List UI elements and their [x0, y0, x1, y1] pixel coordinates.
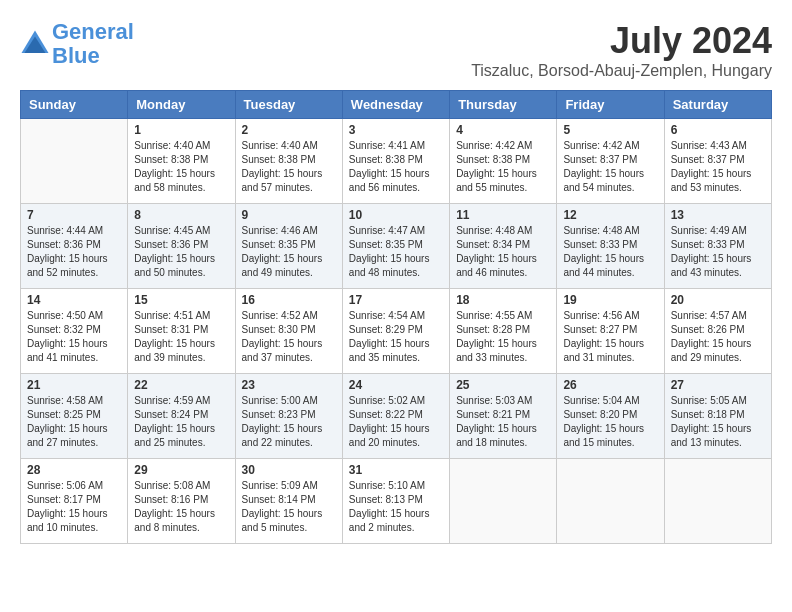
calendar-day-cell — [664, 459, 771, 544]
day-number: 18 — [456, 293, 550, 307]
calendar-day-cell: 13Sunrise: 4:49 AMSunset: 8:33 PMDayligh… — [664, 204, 771, 289]
day-info: Sunrise: 5:03 AMSunset: 8:21 PMDaylight:… — [456, 394, 550, 450]
day-info: Sunrise: 4:40 AMSunset: 8:38 PMDaylight:… — [134, 139, 228, 195]
calendar-day-cell: 30Sunrise: 5:09 AMSunset: 8:14 PMDayligh… — [235, 459, 342, 544]
calendar-day-cell: 14Sunrise: 4:50 AMSunset: 8:32 PMDayligh… — [21, 289, 128, 374]
calendar-day-cell: 23Sunrise: 5:00 AMSunset: 8:23 PMDayligh… — [235, 374, 342, 459]
month-title: July 2024 — [471, 20, 772, 62]
day-number: 28 — [27, 463, 121, 477]
day-number: 9 — [242, 208, 336, 222]
calendar-day-cell: 11Sunrise: 4:48 AMSunset: 8:34 PMDayligh… — [450, 204, 557, 289]
day-info: Sunrise: 4:56 AMSunset: 8:27 PMDaylight:… — [563, 309, 657, 365]
day-info: Sunrise: 4:58 AMSunset: 8:25 PMDaylight:… — [27, 394, 121, 450]
day-number: 30 — [242, 463, 336, 477]
weekday-header: Monday — [128, 91, 235, 119]
location: Tiszaluc, Borsod-Abauj-Zemplen, Hungary — [471, 62, 772, 80]
day-number: 7 — [27, 208, 121, 222]
calendar-day-cell: 9Sunrise: 4:46 AMSunset: 8:35 PMDaylight… — [235, 204, 342, 289]
day-number: 22 — [134, 378, 228, 392]
day-info: Sunrise: 4:48 AMSunset: 8:34 PMDaylight:… — [456, 224, 550, 280]
day-number: 10 — [349, 208, 443, 222]
day-number: 6 — [671, 123, 765, 137]
calendar-day-cell: 6Sunrise: 4:43 AMSunset: 8:37 PMDaylight… — [664, 119, 771, 204]
day-number: 1 — [134, 123, 228, 137]
weekday-header: Thursday — [450, 91, 557, 119]
calendar-day-cell: 27Sunrise: 5:05 AMSunset: 8:18 PMDayligh… — [664, 374, 771, 459]
day-info: Sunrise: 5:09 AMSunset: 8:14 PMDaylight:… — [242, 479, 336, 535]
calendar-day-cell: 19Sunrise: 4:56 AMSunset: 8:27 PMDayligh… — [557, 289, 664, 374]
day-info: Sunrise: 4:49 AMSunset: 8:33 PMDaylight:… — [671, 224, 765, 280]
day-number: 19 — [563, 293, 657, 307]
day-number: 3 — [349, 123, 443, 137]
day-number: 21 — [27, 378, 121, 392]
calendar-week-row: 14Sunrise: 4:50 AMSunset: 8:32 PMDayligh… — [21, 289, 772, 374]
day-info: Sunrise: 5:02 AMSunset: 8:22 PMDaylight:… — [349, 394, 443, 450]
calendar-day-cell: 22Sunrise: 4:59 AMSunset: 8:24 PMDayligh… — [128, 374, 235, 459]
day-number: 14 — [27, 293, 121, 307]
logo: General Blue — [20, 20, 134, 68]
day-info: Sunrise: 5:05 AMSunset: 8:18 PMDaylight:… — [671, 394, 765, 450]
day-number: 5 — [563, 123, 657, 137]
title-section: July 2024 Tiszaluc, Borsod-Abauj-Zemplen… — [471, 20, 772, 80]
day-number: 8 — [134, 208, 228, 222]
day-number: 11 — [456, 208, 550, 222]
day-number: 26 — [563, 378, 657, 392]
calendar-day-cell: 3Sunrise: 4:41 AMSunset: 8:38 PMDaylight… — [342, 119, 449, 204]
day-number: 25 — [456, 378, 550, 392]
day-info: Sunrise: 4:59 AMSunset: 8:24 PMDaylight:… — [134, 394, 228, 450]
day-number: 16 — [242, 293, 336, 307]
day-number: 4 — [456, 123, 550, 137]
day-info: Sunrise: 4:48 AMSunset: 8:33 PMDaylight:… — [563, 224, 657, 280]
day-info: Sunrise: 4:41 AMSunset: 8:38 PMDaylight:… — [349, 139, 443, 195]
day-number: 23 — [242, 378, 336, 392]
calendar-day-cell: 8Sunrise: 4:45 AMSunset: 8:36 PMDaylight… — [128, 204, 235, 289]
weekday-header: Wednesday — [342, 91, 449, 119]
day-number: 12 — [563, 208, 657, 222]
calendar-day-cell: 4Sunrise: 4:42 AMSunset: 8:38 PMDaylight… — [450, 119, 557, 204]
weekday-header: Sunday — [21, 91, 128, 119]
weekday-header: Friday — [557, 91, 664, 119]
calendar-day-cell: 25Sunrise: 5:03 AMSunset: 8:21 PMDayligh… — [450, 374, 557, 459]
day-info: Sunrise: 4:55 AMSunset: 8:28 PMDaylight:… — [456, 309, 550, 365]
calendar-day-cell — [557, 459, 664, 544]
day-info: Sunrise: 4:43 AMSunset: 8:37 PMDaylight:… — [671, 139, 765, 195]
day-info: Sunrise: 4:47 AMSunset: 8:35 PMDaylight:… — [349, 224, 443, 280]
day-info: Sunrise: 4:51 AMSunset: 8:31 PMDaylight:… — [134, 309, 228, 365]
day-info: Sunrise: 5:08 AMSunset: 8:16 PMDaylight:… — [134, 479, 228, 535]
calendar-day-cell: 26Sunrise: 5:04 AMSunset: 8:20 PMDayligh… — [557, 374, 664, 459]
day-number: 15 — [134, 293, 228, 307]
day-number: 13 — [671, 208, 765, 222]
calendar-header-row: SundayMondayTuesdayWednesdayThursdayFrid… — [21, 91, 772, 119]
day-info: Sunrise: 5:06 AMSunset: 8:17 PMDaylight:… — [27, 479, 121, 535]
page-header: General Blue July 2024 Tiszaluc, Borsod-… — [20, 20, 772, 80]
day-number: 31 — [349, 463, 443, 477]
day-info: Sunrise: 4:50 AMSunset: 8:32 PMDaylight:… — [27, 309, 121, 365]
day-info: Sunrise: 5:00 AMSunset: 8:23 PMDaylight:… — [242, 394, 336, 450]
calendar-day-cell: 2Sunrise: 4:40 AMSunset: 8:38 PMDaylight… — [235, 119, 342, 204]
day-info: Sunrise: 5:10 AMSunset: 8:13 PMDaylight:… — [349, 479, 443, 535]
day-info: Sunrise: 5:04 AMSunset: 8:20 PMDaylight:… — [563, 394, 657, 450]
calendar-day-cell: 15Sunrise: 4:51 AMSunset: 8:31 PMDayligh… — [128, 289, 235, 374]
calendar-week-row: 7Sunrise: 4:44 AMSunset: 8:36 PMDaylight… — [21, 204, 772, 289]
calendar-day-cell: 28Sunrise: 5:06 AMSunset: 8:17 PMDayligh… — [21, 459, 128, 544]
calendar-week-row: 21Sunrise: 4:58 AMSunset: 8:25 PMDayligh… — [21, 374, 772, 459]
calendar-day-cell: 5Sunrise: 4:42 AMSunset: 8:37 PMDaylight… — [557, 119, 664, 204]
day-number: 27 — [671, 378, 765, 392]
calendar-day-cell — [450, 459, 557, 544]
calendar-day-cell: 29Sunrise: 5:08 AMSunset: 8:16 PMDayligh… — [128, 459, 235, 544]
day-info: Sunrise: 4:54 AMSunset: 8:29 PMDaylight:… — [349, 309, 443, 365]
day-number: 20 — [671, 293, 765, 307]
calendar-day-cell: 31Sunrise: 5:10 AMSunset: 8:13 PMDayligh… — [342, 459, 449, 544]
day-info: Sunrise: 4:40 AMSunset: 8:38 PMDaylight:… — [242, 139, 336, 195]
calendar-week-row: 1Sunrise: 4:40 AMSunset: 8:38 PMDaylight… — [21, 119, 772, 204]
calendar-week-row: 28Sunrise: 5:06 AMSunset: 8:17 PMDayligh… — [21, 459, 772, 544]
day-info: Sunrise: 4:44 AMSunset: 8:36 PMDaylight:… — [27, 224, 121, 280]
calendar-day-cell: 12Sunrise: 4:48 AMSunset: 8:33 PMDayligh… — [557, 204, 664, 289]
day-info: Sunrise: 4:42 AMSunset: 8:37 PMDaylight:… — [563, 139, 657, 195]
calendar-day-cell: 21Sunrise: 4:58 AMSunset: 8:25 PMDayligh… — [21, 374, 128, 459]
day-number: 29 — [134, 463, 228, 477]
day-number: 17 — [349, 293, 443, 307]
weekday-header: Tuesday — [235, 91, 342, 119]
calendar-day-cell: 1Sunrise: 4:40 AMSunset: 8:38 PMDaylight… — [128, 119, 235, 204]
weekday-header: Saturday — [664, 91, 771, 119]
